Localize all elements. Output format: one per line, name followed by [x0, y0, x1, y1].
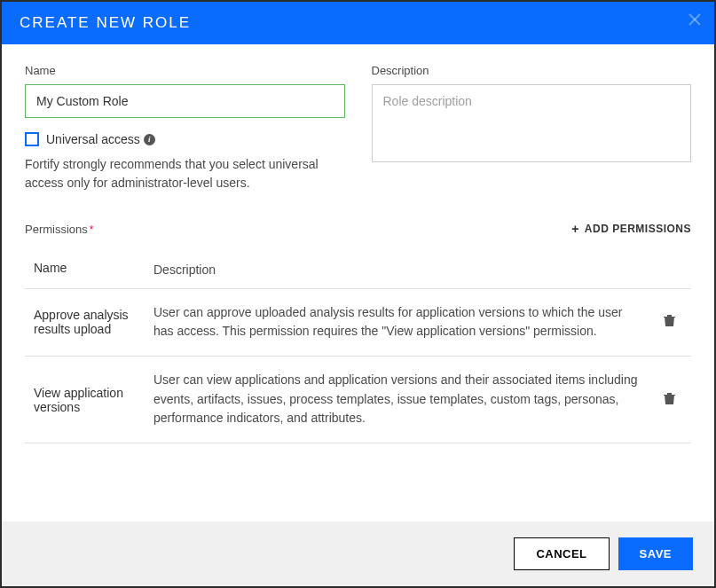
permission-description: User can approve uploaded analysis resul… — [153, 303, 656, 341]
trash-icon — [664, 314, 675, 327]
description-label: Description — [372, 64, 692, 77]
col-header-name: Name — [34, 261, 153, 280]
universal-access-helper: Fortify strongly recommends that you sel… — [25, 155, 344, 192]
table-row: View application versions User can view … — [25, 357, 691, 443]
add-permissions-label: ADD PERMISSIONS — [585, 223, 691, 235]
permission-name: View application versions — [34, 386, 153, 414]
permissions-title-wrap: Permissions* — [25, 221, 93, 237]
delete-permission-button[interactable] — [660, 388, 679, 412]
modal-body: Name Universal access i Fortify strongly… — [2, 44, 714, 521]
name-input[interactable] — [25, 84, 345, 118]
save-button[interactable]: SAVE — [618, 537, 693, 570]
add-permissions-button[interactable]: + ADD PERMISSIONS — [571, 222, 691, 236]
permissions-table: Name Description Approve analysis result… — [25, 253, 691, 443]
table-row: Approve analysis results upload User can… — [25, 289, 691, 357]
trash-icon — [664, 392, 675, 405]
permissions-header-row: Name Description — [25, 253, 691, 289]
info-icon[interactable]: i — [144, 134, 155, 145]
permission-name: Approve analysis results upload — [34, 308, 153, 336]
modal-header: CREATE NEW ROLE — [2, 2, 714, 44]
modal-title: CREATE NEW ROLE — [20, 14, 191, 31]
description-textarea[interactable] — [372, 84, 692, 162]
universal-access-checkbox[interactable] — [25, 132, 39, 146]
form-row-top: Name Universal access i Fortify strongly… — [25, 64, 691, 192]
universal-access-label: Universal access i — [46, 132, 155, 146]
modal-footer: CANCEL SAVE — [2, 521, 714, 586]
delete-permission-button[interactable] — [660, 310, 679, 333]
description-column: Description — [372, 64, 692, 192]
required-star-icon: * — [90, 223, 94, 236]
permissions-section-header: Permissions* + ADD PERMISSIONS — [25, 221, 691, 237]
universal-access-row: Universal access i — [25, 132, 345, 146]
close-button[interactable] — [686, 11, 704, 28]
col-header-description: Description — [153, 261, 656, 280]
close-icon — [688, 13, 701, 26]
permissions-label: Permissions — [25, 223, 88, 236]
permission-description: User can view applications and applicati… — [153, 371, 656, 428]
name-label: Name — [25, 64, 345, 77]
name-column: Name Universal access i Fortify strongly… — [25, 64, 345, 192]
create-role-modal: CREATE NEW ROLE Name Universal access i … — [2, 2, 714, 586]
plus-icon: + — [571, 222, 579, 236]
cancel-button[interactable]: CANCEL — [514, 537, 609, 570]
